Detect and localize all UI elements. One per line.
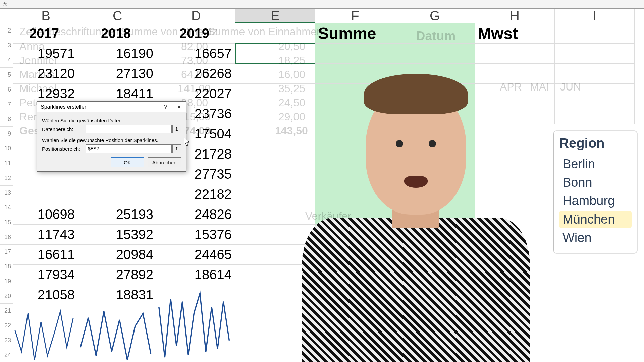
cell-E9[interactable] — [235, 184, 315, 204]
formula-bar[interactable]: fx — [0, 0, 644, 9]
cell-C2[interactable]: 16190 — [78, 44, 157, 64]
cell-G6[interactable] — [395, 124, 475, 144]
cell-G9[interactable] — [395, 184, 475, 204]
cell-B11[interactable]: 11743 — [13, 225, 78, 245]
cell-I5[interactable] — [555, 104, 635, 124]
row-number-9[interactable]: 9 — [0, 127, 13, 141]
cell-H3[interactable] — [475, 64, 555, 84]
cell-C3[interactable]: 27130 — [78, 64, 157, 84]
cell-G13[interactable] — [395, 265, 475, 285]
cell-E13[interactable] — [235, 265, 315, 285]
cell-F9[interactable] — [315, 184, 395, 204]
row-number-7[interactable]: 7 — [0, 97, 13, 112]
posrange-input[interactable] — [86, 144, 172, 153]
cell-F3[interactable] — [315, 64, 395, 84]
cell-B10[interactable]: 10698 — [13, 204, 78, 225]
cell-E12[interactable] — [235, 245, 315, 265]
cell-E2-selected[interactable] — [235, 44, 315, 64]
cell-D13[interactable]: 18614 — [157, 265, 235, 285]
cell-G4[interactable] — [395, 84, 475, 104]
cell-E10[interactable] — [235, 204, 315, 225]
close-icon[interactable]: × — [172, 102, 186, 112]
cell-G12[interactable] — [395, 245, 475, 265]
cell-E3[interactable] — [235, 64, 315, 84]
cell-C13[interactable]: 27892 — [78, 265, 157, 285]
row-number-12[interactable]: 12 — [0, 171, 13, 186]
cell-F13[interactable] — [315, 265, 395, 285]
row-number-10[interactable]: 10 — [0, 141, 13, 156]
slicer-item-bonn[interactable]: Bonn — [559, 174, 632, 191]
row-number-6[interactable]: 6 — [0, 82, 13, 97]
row-number-4[interactable]: 4 — [0, 53, 13, 68]
cell-B2[interactable]: 19571 — [13, 44, 78, 64]
row-number-8[interactable]: 8 — [0, 112, 13, 127]
row-number-5[interactable]: 5 — [0, 68, 13, 82]
cell-F8[interactable] — [315, 164, 395, 184]
column-header-G[interactable]: G — [395, 9, 475, 23]
cell-F10[interactable] — [315, 204, 395, 225]
cell-D9[interactable]: 22182 — [157, 184, 235, 204]
row-number-24[interactable]: 24 — [0, 348, 13, 362]
cell-F5[interactable] — [315, 104, 395, 124]
help-icon[interactable]: ? — [159, 102, 172, 112]
cell-D2[interactable]: 16657 — [157, 44, 235, 64]
cell-D10[interactable]: 24826 — [157, 204, 235, 225]
slicer-item-hamburg[interactable]: Hamburg — [559, 192, 632, 209]
cell-G5[interactable] — [395, 104, 475, 124]
cell-D11[interactable]: 15376 — [157, 225, 235, 245]
cell-B4[interactable]: 12932 — [13, 84, 78, 104]
row-number-11[interactable]: 11 — [0, 156, 13, 171]
cell-F4[interactable] — [315, 84, 395, 104]
column-header-B[interactable]: B — [13, 9, 78, 23]
cell-D4[interactable]: 22027 — [157, 84, 235, 104]
cell-F2[interactable] — [315, 44, 395, 64]
cell-G8[interactable] — [395, 164, 475, 184]
cell-F1-header[interactable]: Summe — [315, 23, 395, 44]
dialog-titlebar[interactable]: Sparklines erstellen ? × — [37, 102, 186, 112]
cell-C4[interactable]: 18411 — [78, 84, 157, 104]
column-header-H[interactable]: H — [475, 9, 555, 23]
posrange-collapse-icon[interactable]: ↥ — [172, 144, 181, 153]
cell-E4[interactable] — [235, 84, 315, 104]
row-number-20[interactable]: 20 — [0, 289, 13, 304]
cell-F12[interactable] — [315, 245, 395, 265]
column-header-E[interactable]: E — [235, 9, 315, 23]
cell-H1-header[interactable]: Mwst — [475, 23, 555, 44]
cell-G3[interactable] — [395, 64, 475, 84]
cell-G7[interactable] — [395, 144, 475, 164]
cell-I3[interactable] — [555, 64, 635, 84]
cell-C14[interactable]: 18831 — [78, 285, 157, 305]
spreadsheet[interactable]: 2345678910111213141516171819202122232425… — [0, 9, 644, 362]
cell-B14[interactable]: 21058 — [13, 285, 78, 305]
cell-G1[interactable] — [395, 23, 475, 44]
row-number-21[interactable]: 21 — [0, 304, 13, 318]
ok-button[interactable]: OK — [111, 157, 144, 167]
row-number-17[interactable]: 17 — [0, 245, 13, 259]
cell-D1-header[interactable]: 2019 — [157, 23, 235, 44]
cell-H4[interactable] — [475, 84, 555, 104]
cell-E14[interactable] — [235, 285, 315, 305]
cell-I4[interactable] — [555, 84, 635, 104]
slicer-item-berlin[interactable]: Berlin — [559, 156, 632, 173]
cell-B3[interactable]: 23120 — [13, 64, 78, 84]
cell-F7[interactable] — [315, 144, 395, 164]
row-number-14[interactable]: 14 — [0, 200, 13, 215]
cell-E5[interactable] — [235, 104, 315, 124]
column-header-I[interactable]: I — [555, 9, 635, 23]
cell-B12[interactable]: 16611 — [13, 245, 78, 265]
cell-C9[interactable] — [78, 184, 157, 204]
cell-D3[interactable]: 26268 — [157, 64, 235, 84]
cell-C11[interactable]: 15392 — [78, 225, 157, 245]
row-number-13[interactable]: 13 — [0, 186, 13, 200]
cell-F11[interactable] — [315, 225, 395, 245]
column-headers[interactable]: B C D E F G H I — [13, 9, 635, 23]
slicer-item-wien[interactable]: Wien — [559, 229, 632, 246]
row-number-18[interactable]: 18 — [0, 259, 13, 274]
row-number-16[interactable]: 16 — [0, 230, 13, 245]
row-number-15[interactable]: 15 — [0, 215, 13, 230]
cell-grid[interactable]: 2017 19571 23120 12932 10698 11743 16611… — [13, 23, 635, 362]
cell-H2[interactable] — [475, 44, 555, 64]
datarange-input[interactable] — [86, 125, 172, 133]
cell-E8[interactable] — [235, 164, 315, 184]
cell-F6[interactable] — [315, 124, 395, 144]
